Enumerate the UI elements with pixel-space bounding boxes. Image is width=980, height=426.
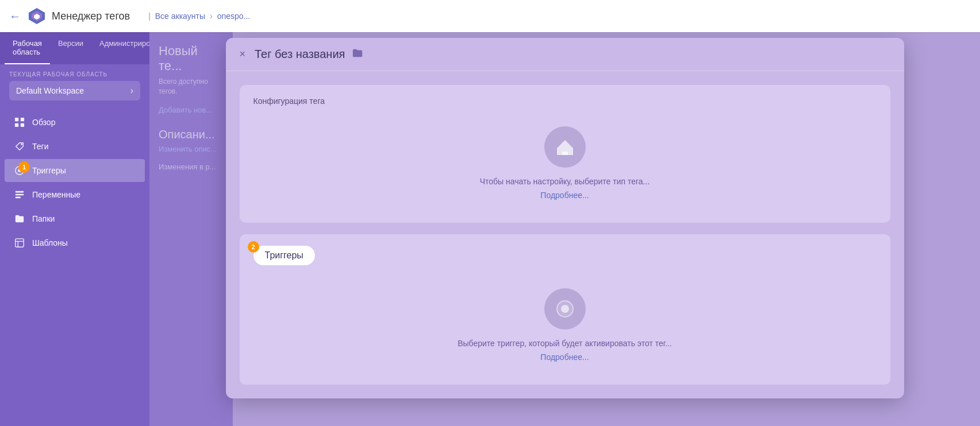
svg-rect-6 [21,123,24,127]
svg-rect-12 [16,197,21,199]
tag-config-icon-area: Чтобы начать настройку, выберите тип тег… [253,115,877,211]
workspace-label: ТЕКУЩАЯ РАБОЧАЯ ОБЛАСТЬ [9,71,140,78]
grid-icon [14,117,25,128]
breadcrumb-sep: | [148,11,151,21]
nav-items: Обзор Теги 1 [0,105,149,426]
tag-config-icon-circle [544,126,586,168]
tag-config-title: Конфигурация тега [253,96,877,106]
sidebar-item-label-templates: Шаблоны [32,238,68,247]
triggers-badge: 1 [18,161,30,173]
triggers-tab-label: Триггеры [265,250,303,261]
modal-overlay: × Тег без названия Конфигурация тега [149,32,980,426]
triggers-card: 2 Триггеры Выберите триггер, который буд… [240,234,890,385]
sidebar-item-label-variables: Переменные [32,190,80,199]
breadcrumb-sep2: › [210,11,213,21]
tag-config-empty-text: Чтобы начать настройку, выберите тип тег… [480,177,650,186]
breadcrumb-account[interactable]: onespo... [217,11,251,21]
triggers-icon-circle [544,288,586,330]
svg-rect-3 [15,118,18,121]
svg-rect-10 [16,191,24,193]
svg-rect-4 [21,118,24,121]
svg-rect-5 [15,123,18,127]
folder-icon [14,213,25,224]
triggers-pill-badge: 2 [248,241,259,253]
modal-body: Конфигурация тега Чтобы начать настройку… [226,71,904,398]
triggers-tab-pill: 2 Триггеры [253,246,315,265]
top-bar: ← Менеджер тегов | Все аккаунты › onespo… [0,0,980,32]
svg-rect-14 [562,152,568,155]
sidebar-item-variables[interactable]: Переменные [5,183,145,206]
tab-versions[interactable]: Версии [50,32,91,64]
app-logo [28,7,46,25]
workspace-section: ТЕКУЩАЯ РАБОЧАЯ ОБЛАСТЬ Default Workspac… [0,64,149,105]
triggers-empty-text: Выберите триггер, который будет активиро… [458,339,672,348]
tag-icon [14,141,25,152]
tag-config-learn-more[interactable]: Подробнее... [540,191,589,200]
modal-header: × Тег без названия [226,38,904,71]
workspace-arrow-icon: › [130,86,133,96]
app-title: Менеджер тегов [52,10,130,22]
sidebar-tabs: Рабочая область Версии Администриров... [0,32,149,64]
back-button[interactable]: ← [9,10,21,23]
triggers-icon-area: Выберите триггер, который будет активиро… [253,277,877,373]
svg-rect-13 [16,239,24,247]
modal-title: Тег без названия [255,48,345,61]
workspace-selector[interactable]: Default Workspace › [9,81,140,100]
tag-config-card: Конфигурация тега Чтобы начать настройку… [240,85,890,223]
svg-point-16 [561,305,569,313]
svg-point-7 [21,144,22,145]
sidebar-item-overview[interactable]: Обзор [5,111,145,134]
modal-close-button[interactable]: × [240,48,246,60]
sidebar-item-label-folders: Папки [32,214,55,223]
sidebar-item-label-tags: Теги [32,142,48,151]
modal-dialog: × Тег без названия Конфигурация тега [226,38,904,398]
main-layout: Рабочая область Версии Администриров... … [0,32,980,426]
variables-icon [14,189,25,200]
sidebar-item-label-triggers: Триггеры [32,166,66,175]
svg-rect-11 [16,194,24,196]
templates-icon [14,237,25,249]
tab-workspace[interactable]: Рабочая область [5,32,50,64]
workspace-name: Default Workspace [16,86,84,95]
breadcrumb-all[interactable]: Все аккаунты [155,11,205,21]
modal-folder-icon [352,47,363,61]
triggers-learn-more[interactable]: Подробнее... [540,353,589,362]
sidebar: Рабочая область Версии Администриров... … [0,32,149,426]
sidebar-item-folders[interactable]: Папки [5,207,145,230]
sidebar-item-tags[interactable]: Теги [5,135,145,158]
sidebar-item-label-overview: Обзор [32,118,55,127]
sidebar-item-triggers[interactable]: 1 Триггеры [5,159,145,182]
sidebar-item-templates[interactable]: Шаблоны [5,231,145,254]
